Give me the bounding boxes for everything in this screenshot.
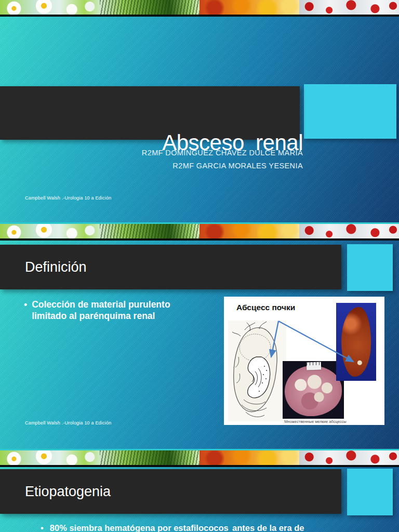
photo-strip bbox=[0, 224, 399, 238]
heading-dark-bar: Definición bbox=[0, 245, 341, 289]
bullet-item-clipped: •80% siembra hematógena por estafilococo… bbox=[41, 523, 373, 532]
author-line-2: R2MF GARCIA MORALES YESENIA bbox=[142, 159, 303, 172]
title-accent-box bbox=[304, 84, 396, 139]
daisies-photo bbox=[0, 224, 100, 238]
figure-caption: Множественные мелкие абсцессы bbox=[274, 419, 357, 424]
slide-definicion: Definición • Colección de material purul… bbox=[0, 222, 399, 449]
reference-footnote: Campbell Walsh .-Urologia 10 a Edición bbox=[25, 195, 111, 201]
pointer-arrows bbox=[224, 297, 384, 425]
bullet-marker: • bbox=[24, 299, 27, 322]
slide-body: Absceso renal R2MF DOMINGUEZ CHAVEZ DULC… bbox=[0, 17, 399, 222]
slide-deck-page: Absceso renal R2MF DOMINGUEZ CHAVEZ DULC… bbox=[0, 0, 399, 532]
author-line-1: R2MF DOMINGUEZ CHAVEZ DULCE MARIA bbox=[142, 147, 303, 159]
author-lines: R2MF DOMINGUEZ CHAVEZ DULCE MARIA R2MF G… bbox=[142, 147, 303, 172]
palm-leaves-photo bbox=[100, 450, 200, 465]
palm-leaves-photo bbox=[100, 224, 200, 238]
autumn-flowers-photo bbox=[200, 224, 299, 238]
daisies-photo bbox=[0, 0, 100, 15]
autumn-flowers-photo bbox=[200, 450, 299, 465]
reference-footnote: Campbell Walsh .-Urologia 10 a Edición bbox=[25, 420, 111, 425]
slide-body: Etiopatogenia •80% siembra hematógena po… bbox=[0, 467, 399, 532]
heading-dark-bar: Etiopatogenia bbox=[0, 469, 341, 514]
palm-leaves-photo bbox=[100, 0, 200, 15]
red-berries-photo bbox=[299, 224, 399, 238]
red-berries-photo bbox=[299, 450, 399, 465]
red-berries-photo bbox=[299, 0, 399, 15]
slide-title: Absceso renal R2MF DOMINGUEZ CHAVEZ DULC… bbox=[0, 0, 399, 222]
slide-heading: Definición bbox=[0, 245, 341, 289]
slide-body: Definición • Colección de material purul… bbox=[0, 241, 399, 449]
daisies-photo bbox=[0, 450, 100, 465]
photo-strip bbox=[0, 0, 399, 15]
bullet-text: Colección de material purulento limitado… bbox=[32, 299, 195, 322]
autumn-flowers-photo bbox=[200, 0, 299, 15]
bullet-marker: • bbox=[41, 523, 44, 532]
heading-accent-box bbox=[347, 469, 393, 515]
slide-etiopatogenia: Etiopatogenia •80% siembra hematógena po… bbox=[0, 449, 399, 532]
heading-accent-box bbox=[347, 244, 393, 291]
slide-heading: Etiopatogenia bbox=[0, 469, 341, 514]
photo-strip bbox=[0, 450, 399, 465]
bullet-item: • Colección de material purulento limita… bbox=[24, 299, 195, 322]
bullet-text-left: 80% siembra hematógena por estafilococos bbox=[50, 523, 229, 532]
bullet-text-right: antes de la era de bbox=[232, 523, 304, 532]
figure-kidney-abscess: Абсцесс почки bbox=[224, 297, 384, 425]
